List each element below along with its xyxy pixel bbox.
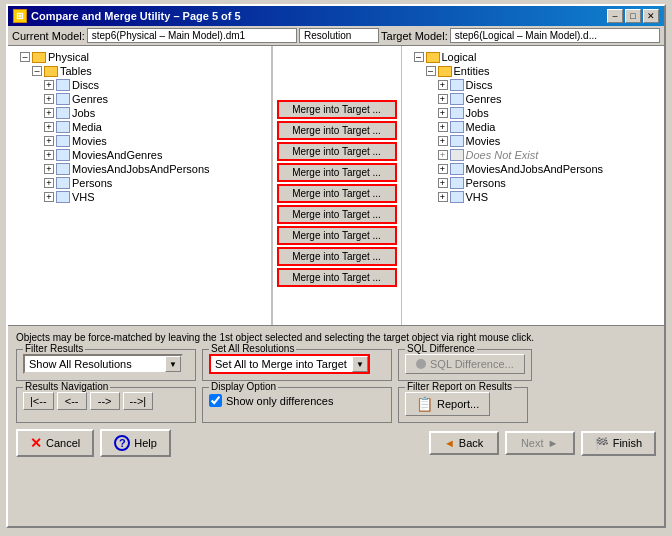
filter-results-select[interactable]: Show All Resolutions Show Differences On… — [23, 354, 183, 374]
jobs-r-expand[interactable]: + — [438, 108, 448, 118]
media-expand[interactable]: + — [44, 122, 54, 132]
help-button[interactable]: ? Help — [100, 429, 171, 457]
discs-expand[interactable]: + — [44, 80, 54, 90]
cancel-button[interactable]: ✕ Cancel — [16, 429, 94, 457]
bottom-area: Objects may be force-matched by leaving … — [8, 326, 664, 463]
table-icon — [56, 163, 70, 175]
right-item-discs[interactable]: + Discs — [406, 78, 661, 92]
show-differences-checkbox[interactable] — [209, 394, 222, 407]
close-button[interactable]: ✕ — [643, 9, 659, 23]
bottom-buttons-row: ✕ Cancel ? Help ◄ Back Next ► 🏁 — [16, 429, 656, 457]
tables-expand[interactable]: – — [32, 66, 42, 76]
show-differences-label: Show only differences — [226, 395, 333, 407]
genres-expand[interactable]: + — [44, 94, 54, 104]
logical-label: Logical — [442, 51, 477, 63]
entities-expand[interactable]: – — [426, 66, 436, 76]
left-item-movies[interactable]: + Movies — [12, 134, 267, 148]
merge-btn-jobs[interactable]: Merge into Target ... — [277, 142, 397, 161]
moviesandgenres-expand[interactable]: + — [44, 150, 54, 160]
title-bar: ⊞ Compare and Merge Utility – Page 5 of … — [8, 6, 664, 26]
persons-expand[interactable]: + — [44, 178, 54, 188]
tables-header: – Tables — [12, 64, 267, 78]
app-icon: ⊞ — [13, 9, 27, 23]
right-item-vhs[interactable]: + VHS — [406, 190, 661, 204]
logical-header: – Logical — [406, 50, 661, 64]
left-item-moviesandgenres[interactable]: + MoviesAndGenres — [12, 148, 267, 162]
merge-btn-genres[interactable]: Merge into Target ... — [277, 121, 397, 140]
left-item-moviesandjobsandpersons[interactable]: + MoviesAndJobsAndPersons — [12, 162, 267, 176]
filter-results-label: Filter Results — [23, 343, 85, 354]
merge-btn-movies[interactable]: Merge into Target ... — [277, 184, 397, 203]
movies-r-expand[interactable]: + — [438, 136, 448, 146]
left-item-media[interactable]: + Media — [12, 120, 267, 134]
right-item-moviesandjobs[interactable]: + MoviesAndJobsAndPersons — [406, 162, 661, 176]
media-r-expand[interactable]: + — [438, 122, 448, 132]
results-navigation-group: Results Navigation |<-- <-- --> -->| — [16, 387, 196, 423]
logical-folder-icon — [426, 52, 440, 63]
table-icon — [56, 177, 70, 189]
right-item-movies[interactable]: + Movies — [406, 134, 661, 148]
physical-expand[interactable]: – — [20, 52, 30, 62]
filter-results-group: Filter Results Show All Resolutions Show… — [16, 349, 196, 381]
merge-btn-media[interactable]: Merge into Target ... — [277, 163, 397, 182]
vhs-expand[interactable]: + — [44, 192, 54, 202]
merge-btn-persons[interactable]: Merge into Target ... — [277, 247, 397, 266]
merge-btn-moviesandgenres[interactable]: Merge into Target ... — [277, 205, 397, 224]
entities-header: – Entities — [406, 64, 661, 78]
filter-report-label: Filter Report on Results — [405, 381, 514, 392]
right-item-media[interactable]: + Media — [406, 120, 661, 134]
nav-prev-button[interactable]: <-- — [57, 392, 87, 410]
right-item-persons[interactable]: + Persons — [406, 176, 661, 190]
bottom-left-buttons: ✕ Cancel ? Help — [16, 429, 171, 457]
persons-r-expand[interactable]: + — [438, 178, 448, 188]
finish-button[interactable]: 🏁 Finish — [581, 431, 656, 456]
table-icon-r — [450, 135, 464, 147]
finish-icon: 🏁 — [595, 437, 609, 450]
left-panel: – Physical – Tables + Discs + Genres + — [8, 46, 272, 325]
genres-r-expand[interactable]: + — [438, 94, 448, 104]
table-icon — [56, 191, 70, 203]
table-icon-r — [450, 107, 464, 119]
table-icon-r — [450, 191, 464, 203]
left-item-genres[interactable]: + Genres — [12, 92, 267, 106]
left-item-vhs[interactable]: + VHS — [12, 190, 267, 204]
physical-folder-icon — [32, 52, 46, 63]
title-bar-buttons: – □ ✕ — [607, 9, 659, 23]
right-item-genres[interactable]: + Genres — [406, 92, 661, 106]
merge-btn-moviesandjobs[interactable]: Merge into Target ... — [277, 226, 397, 245]
right-panel: – Logical – Entities + Discs + Genres + — [402, 46, 665, 325]
left-item-persons[interactable]: + Persons — [12, 176, 267, 190]
moviesandjobs-r-expand[interactable]: + — [438, 164, 448, 174]
doesnotexist-expand[interactable]: + — [438, 150, 448, 160]
logical-expand[interactable]: – — [414, 52, 424, 62]
sql-difference-button[interactable]: SQL Difference... — [405, 354, 525, 374]
next-button[interactable]: Next ► — [505, 431, 575, 455]
main-window: ⊞ Compare and Merge Utility – Page 5 of … — [6, 4, 666, 528]
merge-btn-vhs[interactable]: Merge into Target ... — [277, 268, 397, 287]
maximize-button[interactable]: □ — [625, 9, 641, 23]
help-icon: ? — [114, 435, 130, 451]
vhs-r-expand[interactable]: + — [438, 192, 448, 202]
table-icon — [56, 79, 70, 91]
merge-btn-discs[interactable]: Merge into Target ... — [277, 100, 397, 119]
right-item-doesnotexist[interactable]: + Does Not Exist — [406, 148, 661, 162]
set-all-select[interactable]: Set All to Merge into Target Set All to … — [209, 354, 370, 374]
discs-r-expand[interactable]: + — [438, 80, 448, 90]
nav-next-button[interactable]: --> — [90, 392, 120, 410]
sql-diff-circle-icon — [416, 359, 426, 369]
movies-expand[interactable]: + — [44, 136, 54, 146]
report-button[interactable]: 📋 Report... — [405, 392, 490, 416]
nav-first-button[interactable]: |<-- — [23, 392, 54, 410]
nav-last-button[interactable]: -->| — [123, 392, 154, 410]
left-item-jobs[interactable]: + Jobs — [12, 106, 267, 120]
back-button[interactable]: ◄ Back — [429, 431, 499, 455]
hint-text: Objects may be force-matched by leaving … — [16, 332, 656, 343]
moviesandjobs-expand[interactable]: + — [44, 164, 54, 174]
resolution-label: Resolution — [299, 28, 379, 43]
tables-folder-icon — [44, 66, 58, 77]
minimize-button[interactable]: – — [607, 9, 623, 23]
jobs-expand[interactable]: + — [44, 108, 54, 118]
left-item-discs[interactable]: + Discs — [12, 78, 267, 92]
right-item-jobs[interactable]: + Jobs — [406, 106, 661, 120]
current-model-value: step6(Physical – Main Model).dm1 — [87, 28, 297, 43]
